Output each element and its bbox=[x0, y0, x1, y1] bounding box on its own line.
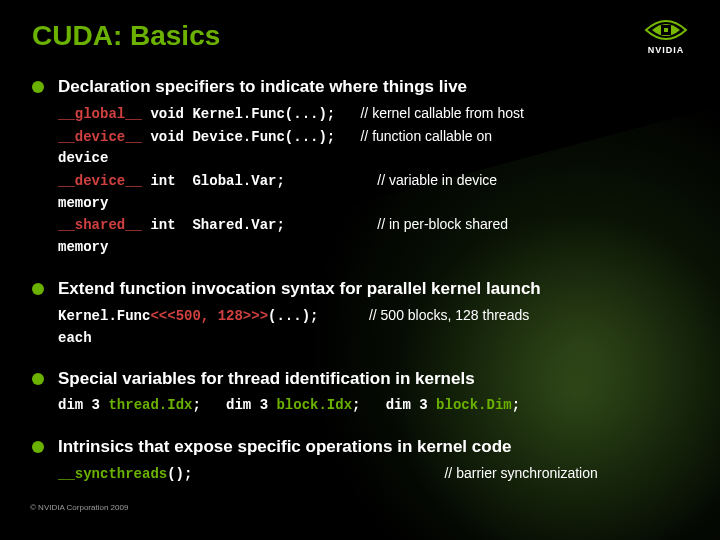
padding bbox=[318, 308, 368, 324]
padding bbox=[335, 129, 360, 145]
code-text: memory bbox=[58, 239, 108, 255]
nvidia-logo: NVIDIA bbox=[644, 16, 688, 55]
code-line: __syncthreads(); // barrier synchronizat… bbox=[58, 463, 688, 486]
sections-container: Declaration specifiers to indicate where… bbox=[32, 77, 688, 486]
section: Declaration specifiers to indicate where… bbox=[32, 77, 688, 259]
code-comment: // in per-block shared bbox=[377, 216, 508, 232]
section-head: Declaration specifiers to indicate where… bbox=[32, 77, 688, 97]
section-title: Intrinsics that expose specific operatio… bbox=[58, 437, 511, 457]
section: Extend function invocation syntax for pa… bbox=[32, 279, 688, 349]
code-line: each bbox=[58, 328, 688, 350]
code-text: Kernel.Func<<<500, 128>>>(...); bbox=[58, 308, 318, 324]
code-line: dim 3 thread.Idx; dim 3 block.Idx; dim 3… bbox=[58, 395, 688, 417]
svg-rect-1 bbox=[664, 28, 668, 32]
code-comment: // kernel callable from host bbox=[360, 105, 523, 121]
code-line: __shared__ int Shared.Var; // in per-blo… bbox=[58, 214, 688, 237]
nvidia-logo-text: NVIDIA bbox=[648, 45, 685, 55]
code-comment: // 500 blocks, 128 threads bbox=[369, 307, 529, 323]
code-text: __syncthreads(); bbox=[58, 466, 192, 482]
code-block: __global__ void Kernel.Func(...); // ker… bbox=[58, 103, 688, 259]
code-text: __device__ void Device.Func(...); bbox=[58, 129, 335, 145]
section-title: Extend function invocation syntax for pa… bbox=[58, 279, 541, 299]
code-block: dim 3 thread.Idx; dim 3 block.Idx; dim 3… bbox=[58, 395, 688, 417]
section-title: Special variables for thread identificat… bbox=[58, 369, 475, 389]
code-block: __syncthreads(); // barrier synchronizat… bbox=[58, 463, 688, 486]
code-line: Kernel.Func<<<500, 128>>>(...); // 500 b… bbox=[58, 305, 688, 328]
code-line: __device__ void Device.Func(...); // fun… bbox=[58, 126, 688, 149]
code-line: __device__ int Global.Var; // variable i… bbox=[58, 170, 688, 193]
padding bbox=[285, 173, 377, 189]
padding bbox=[335, 106, 360, 122]
bullet-icon bbox=[32, 373, 44, 385]
code-text: each bbox=[58, 330, 92, 346]
bullet-icon bbox=[32, 81, 44, 93]
code-text: memory bbox=[58, 195, 108, 211]
section: Special variables for thread identificat… bbox=[32, 369, 688, 417]
slide: CUDA: Basics NVIDIA Declaration specifie… bbox=[0, 0, 720, 540]
code-block: Kernel.Func<<<500, 128>>>(...); // 500 b… bbox=[58, 305, 688, 349]
code-text: __global__ void Kernel.Func(...); bbox=[58, 106, 335, 122]
code-text: __shared__ int Shared.Var; bbox=[58, 217, 285, 233]
copyright-footer: © NVIDIA Corporation 2009 bbox=[30, 503, 128, 512]
bullet-icon bbox=[32, 441, 44, 453]
section-title: Declaration specifiers to indicate where… bbox=[58, 77, 467, 97]
code-line: memory bbox=[58, 237, 688, 259]
code-comment: // barrier synchronization bbox=[444, 465, 597, 481]
padding bbox=[285, 217, 377, 233]
padding bbox=[192, 466, 444, 482]
code-text: __device__ int Global.Var; bbox=[58, 173, 285, 189]
code-text: device bbox=[58, 150, 108, 166]
code-line: memory bbox=[58, 193, 688, 215]
code-comment: // function callable on bbox=[360, 128, 492, 144]
nvidia-eye-icon bbox=[644, 16, 688, 44]
section-head: Extend function invocation syntax for pa… bbox=[32, 279, 688, 299]
code-line: __global__ void Kernel.Func(...); // ker… bbox=[58, 103, 688, 126]
bullet-icon bbox=[32, 283, 44, 295]
section-head: Special variables for thread identificat… bbox=[32, 369, 688, 389]
code-line: device bbox=[58, 148, 688, 170]
title-row: CUDA: Basics NVIDIA bbox=[32, 20, 688, 55]
code-text: dim 3 thread.Idx; dim 3 block.Idx; dim 3… bbox=[58, 397, 520, 413]
section-head: Intrinsics that expose specific operatio… bbox=[32, 437, 688, 457]
code-comment: // variable in device bbox=[377, 172, 497, 188]
section: Intrinsics that expose specific operatio… bbox=[32, 437, 688, 486]
page-title: CUDA: Basics bbox=[32, 20, 220, 52]
